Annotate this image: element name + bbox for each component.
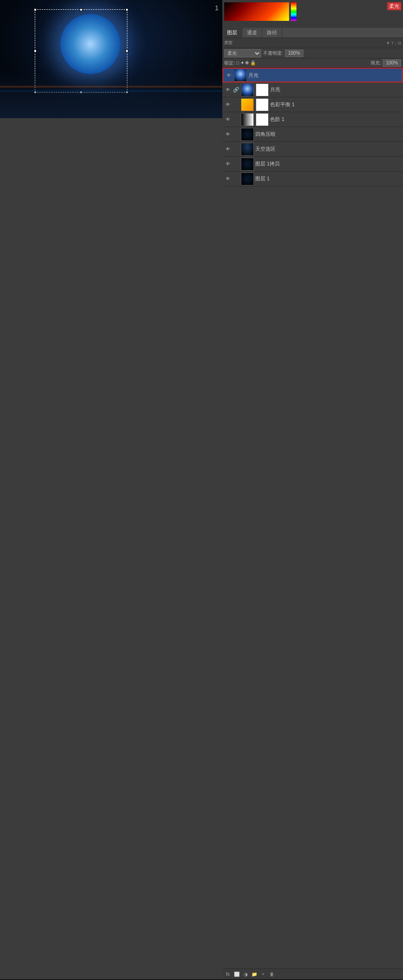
blend-row-1: 柔光 不透明度: (222, 48, 403, 58)
color-swatch-1: 柔光 (222, 0, 403, 28)
layer-thumb-moon-1 (241, 83, 254, 96)
lock-row-1: 锁定: □ ✦ ✥ 🔒 填充: (222, 58, 403, 68)
layer-item-moon-1[interactable]: 👁 🔗 月亮 (222, 83, 403, 97)
layer-item-l1copy-1[interactable]: 👁 图层 1拷贝 (222, 157, 403, 172)
toolbar-1: 类型 ▼ T ↓ Ω (222, 38, 403, 48)
layer-mask-lv-1 (256, 113, 269, 126)
tab-channels-1[interactable]: 通道 (242, 28, 262, 38)
lock-label-1: 锁定: (224, 60, 235, 66)
layer-name-moonlight-1: 月光 (248, 72, 400, 79)
type-icon-1: 类型 (224, 40, 233, 46)
layer-name-l1c-1: 图层 1拷贝 (255, 160, 401, 167)
layer-thumb-moonlight-1 (234, 69, 247, 82)
layer-item-corner-1[interactable]: 👁 四角压暗 (222, 127, 403, 142)
layer-name-lv-1: 色阶 1 (270, 116, 401, 123)
layer-thumb-cb-1 (241, 98, 254, 111)
layer-name-cd-1: 四角压暗 (255, 131, 401, 138)
fx-icon-1[interactable]: fx (224, 970, 232, 978)
layer-item-colorbalance-1[interactable]: 👁 色彩平衡 1 (222, 97, 403, 112)
blend-select-1[interactable]: 柔光 (224, 49, 261, 57)
lock-icon-1[interactable]: □ ✦ ✥ 🔒 (236, 60, 256, 65)
folder-icon-1[interactable]: 📁 (251, 970, 258, 978)
layer-item-l1-1[interactable]: 👁 图层 1 (222, 172, 403, 186)
blend-label-1: 柔光 (389, 3, 399, 9)
section-number-1: 1 (215, 4, 219, 12)
new-layer-icon-1[interactable]: ＋ (259, 970, 267, 978)
add-mask-icon-1[interactable]: ⬜ (233, 970, 240, 978)
layer-name-cb-1: 色彩平衡 1 (270, 101, 401, 108)
layer-mask-moon-1 (256, 83, 269, 96)
layer-name-sky-1: 天空选区 (255, 146, 401, 153)
layer-item-moonlight-1[interactable]: 👁 月光 (222, 68, 403, 83)
layer-eye-cb-1[interactable]: 👁 (224, 101, 232, 108)
layer-thumb-l1-1 (241, 172, 254, 185)
layer-thumb-lv-1 (241, 113, 254, 126)
layer-eye-l1-1[interactable]: 👁 (224, 175, 232, 183)
blend-mode-highlight-1[interactable]: 柔光 (387, 2, 401, 10)
fill-label-1: 填充: (371, 60, 381, 66)
tab-paths-1[interactable]: 路径 (262, 28, 282, 38)
layer-item-sky-1[interactable]: 👁 天空选区 (222, 142, 403, 157)
panel-1: 柔光 图层 通道 路径 类型 ▼ T ↓ Ω 柔光 不透明度: 锁定: (222, 0, 403, 979)
layer-eye-1[interactable]: 👁 (225, 71, 233, 79)
layer-thumb-cd-1 (241, 128, 254, 141)
opacity-input-1[interactable] (285, 50, 303, 57)
layer-thumb-sky-1 (241, 143, 254, 156)
trash-icon-1[interactable]: 🗑 (268, 970, 276, 978)
icons-row-1: ▼ T ↓ Ω (386, 41, 401, 45)
panel-tabs-1: 图层 通道 路径 (222, 28, 403, 38)
layer-thumb-l1c-1 (241, 158, 254, 171)
layer-item-levels-1[interactable]: 👁 色阶 1 (222, 112, 403, 127)
layer-name-moon-1: 月亮 (270, 86, 401, 93)
layers-list-1: 👁 月光 👁 🔗 月亮 👁 色彩平衡 1 👁 (222, 68, 403, 186)
tab-layers-1[interactable]: 图层 (222, 28, 242, 38)
fill-input-1[interactable] (383, 59, 401, 67)
layer-eye-moon-1[interactable]: 👁 (224, 86, 232, 94)
layer-bottom-icons-1: fx ⬜ ◑ 📁 ＋ 🗑 (222, 968, 403, 979)
layer-name-l1-1: 图层 1 (255, 175, 401, 182)
layer-link-1: 🔗 (233, 87, 239, 93)
layer-eye-sky-1[interactable]: 👁 (224, 146, 232, 153)
layer-mask-cb-1 (256, 98, 269, 111)
adj-layer-icon-1[interactable]: ◑ (242, 970, 249, 978)
canvas-1: 1 (0, 0, 222, 118)
layer-eye-cd-1[interactable]: 👁 (224, 131, 232, 138)
layer-eye-lv-1[interactable]: 👁 (224, 116, 232, 123)
section-1: 1 柔光 图层 通道 路径 类型 ▼ T ↓ Ω (0, 0, 403, 980)
opacity-label-1: 不透明度: (263, 50, 283, 57)
layer-eye-l1c-1[interactable]: 👁 (224, 160, 232, 168)
